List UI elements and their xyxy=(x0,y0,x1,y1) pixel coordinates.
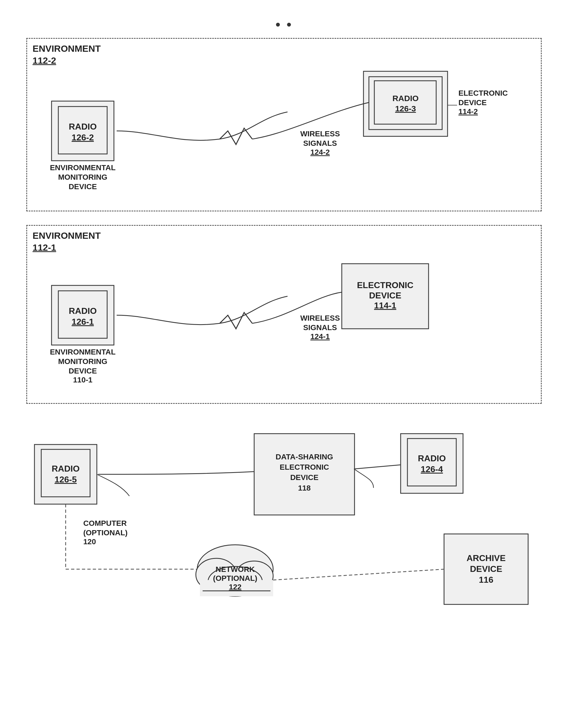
svg-text:RADIO: RADIO xyxy=(393,94,419,103)
bottom-diagram: RADIO 126-5 COMPUTER (OPTIONAL) 120 DATA… xyxy=(26,417,542,640)
environment-2-label: ENVIRONMENT 112-2 xyxy=(33,43,101,66)
svg-text:114-2: 114-2 xyxy=(458,107,478,116)
svg-text:126-3: 126-3 xyxy=(395,104,416,113)
svg-text:DEVICE: DEVICE xyxy=(369,291,401,300)
svg-text:122: 122 xyxy=(229,583,242,591)
svg-text:SIGNALS: SIGNALS xyxy=(303,139,337,147)
svg-text:120: 120 xyxy=(83,537,96,546)
svg-text:ARCHIVE: ARCHIVE xyxy=(467,553,506,563)
ellipsis-dots: • • xyxy=(26,16,542,33)
svg-text:114-1: 114-1 xyxy=(374,301,396,310)
svg-text:126-1: 126-1 xyxy=(72,317,94,327)
svg-text:124-1: 124-1 xyxy=(310,332,330,341)
svg-line-55 xyxy=(355,465,401,469)
svg-text:RADIO: RADIO xyxy=(418,453,446,463)
svg-text:DATA-SHARING: DATA-SHARING xyxy=(275,453,333,461)
svg-text:124-2: 124-2 xyxy=(310,148,330,156)
env2-diagram: RADIO 126-2 ENVIRONMENTAL MONITORING DEV… xyxy=(43,63,526,193)
svg-text:MONITORING: MONITORING xyxy=(58,173,107,181)
svg-text:RADIO: RADIO xyxy=(69,122,97,131)
svg-text:110-1: 110-1 xyxy=(73,376,92,384)
environment-1-label: ENVIRONMENT 112-1 xyxy=(33,230,101,253)
svg-text:RADIO: RADIO xyxy=(52,464,79,473)
svg-line-69 xyxy=(273,569,444,580)
bottom-section: RADIO 126-5 COMPUTER (OPTIONAL) 120 DATA… xyxy=(26,417,542,641)
svg-text:WIRELESS: WIRELESS xyxy=(300,130,340,138)
env1-diagram: RADIO 126-1 ENVIRONMENTAL MONITORING DEV… xyxy=(43,250,526,386)
svg-text:ENVIRONMENTAL: ENVIRONMENTAL xyxy=(50,163,115,172)
environment-1-box: ENVIRONMENT 112-1 RADIO 126-1 ENVIRONMEN… xyxy=(26,225,542,404)
svg-text:116: 116 xyxy=(479,575,493,585)
svg-text:DEVICE: DEVICE xyxy=(458,98,487,107)
svg-text:NETWORK: NETWORK xyxy=(216,565,255,574)
svg-text:DEVICE: DEVICE xyxy=(69,367,97,375)
svg-text:ELECTRONIC: ELECTRONIC xyxy=(279,463,329,471)
page: • • ENVIRONMENT 112-2 RADIO 126-2 ENVIRO… xyxy=(0,0,568,728)
svg-text:ENVIRONMENTAL: ENVIRONMENTAL xyxy=(50,348,115,356)
svg-text:118: 118 xyxy=(298,484,311,492)
svg-text:(OPTIONAL): (OPTIONAL) xyxy=(83,529,127,537)
svg-text:ELECTRONIC: ELECTRONIC xyxy=(458,89,508,97)
svg-text:ELECTRONIC: ELECTRONIC xyxy=(357,280,413,290)
svg-text:WIRELESS: WIRELESS xyxy=(300,314,340,322)
svg-text:SIGNALS: SIGNALS xyxy=(303,323,337,332)
environment-2-box: ENVIRONMENT 112-2 RADIO 126-2 ENVIRONMEN… xyxy=(26,38,542,211)
svg-text:RADIO: RADIO xyxy=(69,306,97,316)
svg-text:126-4: 126-4 xyxy=(421,464,443,474)
svg-text:COMPUTER: COMPUTER xyxy=(83,519,127,527)
svg-text:DEVICE: DEVICE xyxy=(290,473,319,482)
svg-text:DEVICE: DEVICE xyxy=(470,564,502,574)
svg-text:126-2: 126-2 xyxy=(72,133,94,142)
svg-text:126-5: 126-5 xyxy=(54,475,77,484)
svg-text:110-2: 110-2 xyxy=(73,192,92,193)
svg-text:MONITORING: MONITORING xyxy=(58,357,107,366)
svg-text:(OPTIONAL): (OPTIONAL) xyxy=(213,574,257,582)
svg-text:DEVICE: DEVICE xyxy=(69,182,97,191)
